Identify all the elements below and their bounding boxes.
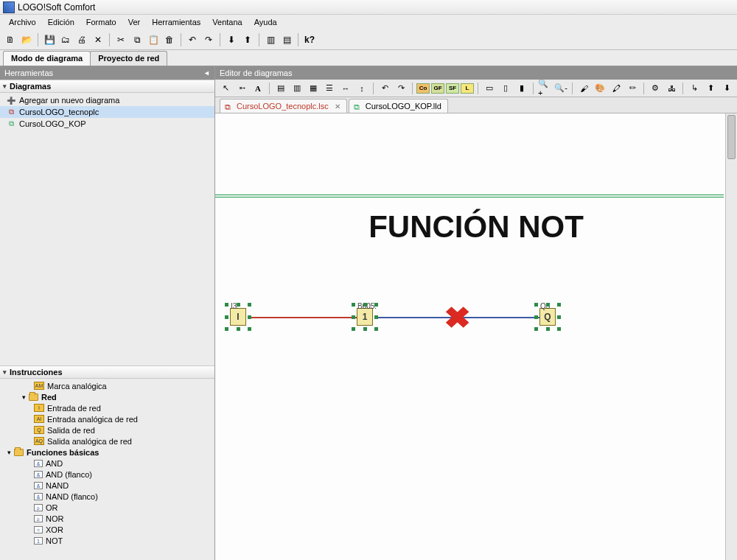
align-center-icon[interactable]: ▥ [290,82,304,95]
diagram-title-text: FUNCIÓN NOT [215,209,737,245]
window-titlebar: LOGO!Soft Comfort [0,0,737,15]
text-icon[interactable]: A [251,82,265,95]
page-boundary-line [215,197,724,197]
tree-item-and[interactable]: & AND [0,458,214,469]
special-functions-box[interactable]: SF [446,83,459,94]
wire-i-to-b[interactable] [248,317,360,318]
tree-item-nand-flanco[interactable]: & NAND (flanco) [0,491,214,502]
gate-icon: & [34,493,43,500]
menu-edicion[interactable]: Edición [42,16,80,28]
basic-functions-box[interactable]: GF [431,83,444,94]
close-tab-icon[interactable]: ✕ [332,102,340,111]
block-output-q3[interactable]: Q3 Q [539,308,556,326]
align-right-icon[interactable]: ▦ [306,82,321,95]
constants-box[interactable]: Co [416,83,430,94]
document-tabstrip: ⧉ CursoLOGO_tecnoplc.lsc ✕ ⧉ CursoLOGO_K… [215,97,737,113]
diagrams-tree: ➕ Agregar un nuevo diagrama ⧉ CursoLOGO_… [0,93,214,365]
delete-icon[interactable]: 🗑 [162,32,177,47]
undo-icon[interactable]: ↶ [185,32,200,47]
save-icon[interactable]: 💾 [42,32,57,47]
paint2-icon[interactable]: 🎨 [593,82,607,95]
help-icon[interactable]: k? [302,32,317,47]
menu-ver[interactable]: Ver [122,16,147,28]
diagram-canvas[interactable]: FUNCIÓN NOT I3. I B005. 1 ✖ Q3 Q [215,113,737,560]
up-icon[interactable]: ⬆ [703,82,718,95]
tree-item-xor[interactable]: = XOR [0,524,214,535]
scrollbar-thumb[interactable] [727,115,736,159]
add-new-diagram[interactable]: ➕ Agregar un nuevo diagrama [0,94,214,106]
print-icon[interactable]: 🖨 [74,32,89,47]
layout1-icon[interactable]: ▭ [482,82,497,95]
paste-icon[interactable]: 📋 [146,32,161,47]
cut-icon[interactable]: ✂ [113,32,128,47]
vertical-scrollbar[interactable] [725,113,737,560]
instructions-tree: AM Marca analógica ▾ Red I Entrada de re… [0,379,214,560]
tree-item-salida-analog-red[interactable]: AQ Salida analógica de red [0,435,214,447]
collapse-left-icon[interactable]: ◄ [203,69,210,77]
paint3-icon[interactable]: 🖍 [609,82,624,95]
doc-tab-tecnoplc[interactable]: ⧉ CursoLOGO_tecnoplc.lsc ✕ [220,99,347,113]
tab-net-project[interactable]: Proyecto de red [90,51,167,66]
menu-archivo[interactable]: Archivo [3,16,42,28]
simulate-icon[interactable]: ⚙ [648,82,663,95]
dist-h-icon[interactable]: ↔ [338,82,353,95]
align-left-icon[interactable]: ▤ [273,82,288,95]
paint1-icon[interactable]: 🖌 [576,82,591,95]
redo-icon[interactable]: ↷ [201,32,216,47]
tree-item-or[interactable]: ≥ OR [0,502,214,513]
close-doc-icon[interactable]: ✕ [91,32,105,47]
tree-item-curso-tecnoplc[interactable]: ⧉ CursoLOGO_tecnoplc [0,106,214,118]
tree-item-salida-red[interactable]: Q Salida de red [0,424,214,435]
tree-item-nor[interactable]: ≥ NOR [0,513,214,524]
block-input-i3[interactable]: I3. I [230,308,246,326]
tree-item-marca-analogica[interactable]: AM Marca analógica [0,380,214,391]
paint4-icon[interactable]: ✏ [625,82,640,95]
layout2-icon[interactable]: ▯ [498,82,513,95]
block-not-b005[interactable]: B005. 1 [357,308,373,326]
tree-item-label: Salida de red [47,426,95,435]
down-icon[interactable]: ⬇ [719,82,734,95]
block-label: B005. [357,298,377,315]
window2-icon[interactable]: ▤ [279,32,294,47]
instructions-section-header[interactable]: ▾ Instrucciones [0,365,214,379]
tree-item-entrada-analog-red[interactable]: AI Entrada analógica de red [0,413,214,424]
window1-icon[interactable]: ▥ [263,32,278,47]
folder-icon [14,449,24,456]
save-all-icon[interactable]: 🗂 [58,32,73,47]
canvas-area[interactable]: FUNCIÓN NOT I3. I B005. 1 ✖ Q3 Q [215,113,737,560]
menu-formato[interactable]: Formato [80,16,122,28]
tree-folder-red[interactable]: ▾ Red [0,391,214,402]
tree-folder-funciones-basicas[interactable]: ▾ Funciones básicas [0,447,214,458]
copy-icon[interactable]: ⧉ [130,32,144,47]
chip-icon: AQ [34,437,44,445]
tree-item-curso-kop[interactable]: ⧉ CursoLOGO_KOP [0,118,214,130]
menu-ayuda[interactable]: Ayuda [248,16,283,28]
tree-item-not[interactable]: 1 NOT [0,535,214,546]
align-top-icon[interactable]: ☰ [322,82,337,95]
goto-icon[interactable]: ↳ [687,82,702,95]
menu-herramientas[interactable]: Herramientas [146,16,206,28]
toolbar-separator [220,33,220,46]
network-icon[interactable]: 🖧 [664,82,679,95]
layout3-icon[interactable]: ▮ [514,82,529,95]
dist-v-icon[interactable]: ↕ [354,82,369,95]
zoom-out-icon[interactable]: 🔍- [553,82,568,95]
undo-icon[interactable]: ↶ [377,82,392,95]
new-icon[interactable]: 🗎 [3,32,18,47]
tab-diagram-mode[interactable]: Modo de diagrama [3,51,91,66]
download-icon[interactable]: ⬇ [224,32,239,47]
tree-item-and-flanco[interactable]: & AND (flanco) [0,469,214,480]
tree-item-entrada-red[interactable]: I Entrada de red [0,402,214,413]
logs-box[interactable]: L [461,83,474,94]
pointer-icon[interactable]: ↖ [218,82,233,95]
tree-item-label: NAND [46,481,69,490]
doc-tab-kop[interactable]: ⧉ CursoLOGO_KOP.lld [349,99,448,113]
menu-ventana[interactable]: Ventana [206,16,248,28]
upload-icon[interactable]: ⬆ [240,32,255,47]
diagrams-section-header[interactable]: ▾ Diagramas [0,80,214,93]
redo-icon[interactable]: ↷ [394,82,408,95]
zoom-in-icon[interactable]: 🔍+ [537,82,552,95]
tree-item-nand[interactable]: & NAND [0,480,214,491]
connect-icon[interactable]: ➵ [234,82,249,95]
open-icon[interactable]: 📂 [19,32,34,47]
